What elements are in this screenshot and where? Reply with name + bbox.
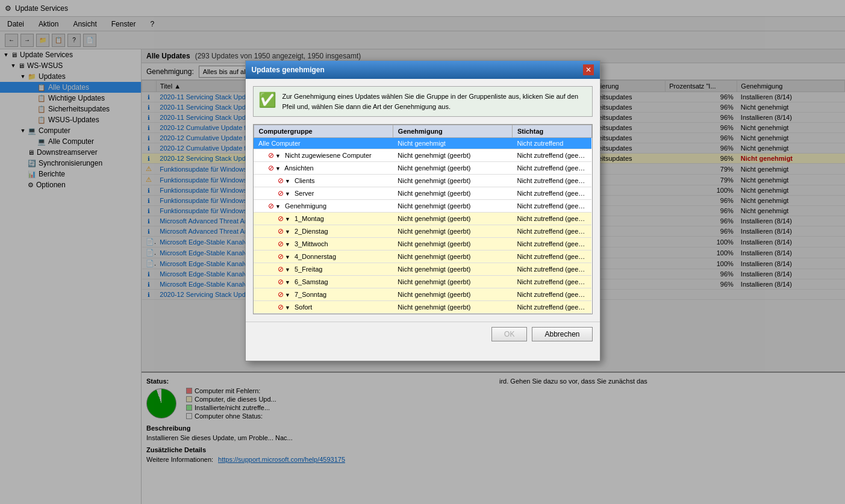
modal-row-deadline: Nicht zutreffend (geerbt) xyxy=(512,213,591,225)
dropdown-arrow[interactable]: ▼ xyxy=(285,279,290,285)
modal-row-deadline: Nicht zutreffend (geerbt) xyxy=(512,162,591,175)
modal-row-deadline: Nicht zutreffend (geerbt) xyxy=(512,250,591,263)
modal-cancel-button[interactable]: Abbrechen xyxy=(532,327,592,341)
modal-row-deadline: Nicht zutreffend (geerbt) xyxy=(512,175,591,187)
dropdown-arrow[interactable]: ▼ xyxy=(285,241,290,247)
modal-info-box: ✅ Zur Genehmigung eines Updates wählen S… xyxy=(253,86,593,117)
no-sign-icon: ⊘ xyxy=(268,164,274,172)
dropdown-arrow[interactable]: ▼ xyxy=(285,229,290,235)
modal-row-approval: Nicht genehmigt (geerbt) xyxy=(393,238,512,250)
modal-info-icon: ✅ xyxy=(258,92,276,111)
modal-row-name: ⊘▼ 5_Freitag xyxy=(254,263,393,276)
modal-row-approval: Nicht genehmigt (geerbt) xyxy=(393,213,512,225)
modal-row-name: ⊘▼ Genehmigung xyxy=(254,200,393,213)
modal-row-name: ⊘▼ Server xyxy=(254,187,393,200)
modal-row-approval: Nicht genehmigt (geerbt) xyxy=(393,263,512,276)
modal-close-button[interactable]: ✕ xyxy=(583,64,594,75)
modal-table-row[interactable]: ⊘▼ Sofort Nicht genehmigt (geerbt) Nicht… xyxy=(254,301,591,314)
modal-overlay: Updates genehmigen ✕ ✅ Zur Genehmigung e… xyxy=(0,0,845,504)
modal-row-name: ⊘▼ 3_Mittwoch xyxy=(254,238,393,250)
no-sign-icon: ⊘ xyxy=(278,278,284,286)
modal-row-deadline: Nicht zutreffend (geerbt) xyxy=(512,200,591,213)
modal-row-name: ⊘▼ 2_Dienstag xyxy=(254,225,393,238)
modal-table-row[interactable]: ⊘▼ Clients Nicht genehmigt (geerbt) Nich… xyxy=(254,175,591,187)
modal-table-row[interactable]: ⊘▼ 5_Freitag Nicht genehmigt (geerbt) Ni… xyxy=(254,263,591,276)
modal-col-deadline: Stichtag xyxy=(512,125,591,138)
modal-info-text: Zur Genehmigung eines Updates wählen Sie… xyxy=(282,92,587,111)
dropdown-arrow[interactable]: ▼ xyxy=(285,216,290,222)
modal-row-approval: Nicht genehmigt (geerbt) xyxy=(393,175,512,187)
no-sign-icon: ⊘ xyxy=(268,202,274,210)
modal-table-row[interactable]: ⊘▼ Genehmigung Nicht genehmigt (geerbt) … xyxy=(254,200,591,213)
modal-table-row[interactable]: ⊘▼ Nicht zugewiesene Computer Nicht gene… xyxy=(254,149,591,162)
modal-row-approval: Nicht genehmigt (geerbt) xyxy=(393,288,512,301)
modal-row-deadline: Nicht zutreffend (geerbt) xyxy=(512,301,591,314)
modal-row-name: ⊘▼ 1_Montag xyxy=(254,213,393,225)
modal-table-row[interactable]: ⊘▼ Ansichten Nicht genehmigt (geerbt) Ni… xyxy=(254,162,591,175)
modal-row-deadline: Nicht zutreffend (geerbt) xyxy=(512,149,591,162)
modal-row-name: ⊘▼ Sofort xyxy=(254,301,393,314)
modal-row-deadline: Nicht zutreffend (geerbt) xyxy=(512,276,591,288)
modal-table-row[interactable]: ⊘▼ 4_Donnerstag Nicht genehmigt (geerbt)… xyxy=(254,250,591,263)
modal-titlebar: Updates genehmigen ✕ xyxy=(246,61,600,79)
modal-table-row[interactable]: ⊘▼ 2_Dienstag Nicht genehmigt (geerbt) N… xyxy=(254,225,591,238)
modal-row-name: ⊘▼ 7_Sonntag xyxy=(254,288,393,301)
modal-row-approval: Nicht genehmigt (geerbt) xyxy=(393,187,512,200)
no-sign-icon: ⊘ xyxy=(278,189,284,198)
modal-row-name: ⊘▼ 4_Donnerstag xyxy=(254,250,393,263)
dropdown-arrow[interactable]: ▼ xyxy=(285,305,290,311)
modal-title: Updates genehmigen xyxy=(252,66,325,74)
modal-row-approval: Nicht genehmigt (geerbt) xyxy=(393,250,512,263)
modal-table-row[interactable]: ⊘▼ 6_Samstag Nicht genehmigt (geerbt) Ni… xyxy=(254,276,591,288)
modal-row-deadline: Nicht zutreffend (geerbt) xyxy=(512,238,591,250)
modal-col-approval: Genehmigung xyxy=(393,125,512,138)
modal-row-approval: Nicht genehmigt (geerbt) xyxy=(393,225,512,238)
modal-row-approval: Nicht genehmigt (geerbt) xyxy=(393,276,512,288)
no-sign-icon: ⊘ xyxy=(278,265,284,273)
no-sign-icon: ⊘ xyxy=(278,214,284,223)
no-sign-icon: ⊘ xyxy=(278,252,284,261)
no-sign-icon: ⊘ xyxy=(268,151,274,160)
modal-row-approval: Nicht genehmigt (geerbt) xyxy=(393,200,512,213)
dropdown-arrow[interactable]: ▼ xyxy=(275,204,281,210)
no-sign-icon: ⊘ xyxy=(278,227,284,235)
modal-row-approval: Nicht genehmigt (geerbt) xyxy=(393,301,512,314)
modal-table-row[interactable]: ⊘▼ 7_Sonntag Nicht genehmigt (geerbt) Ni… xyxy=(254,288,591,301)
modal-row-approval: Nicht genehmigt xyxy=(393,138,512,149)
modal-body: ✅ Zur Genehmigung eines Updates wählen S… xyxy=(246,79,600,322)
no-sign-icon: ⊘ xyxy=(278,176,284,185)
dropdown-arrow[interactable]: ▼ xyxy=(275,166,281,172)
dropdown-arrow[interactable]: ▼ xyxy=(285,292,290,298)
modal-table: Computergruppe Genehmigung Stichtag Alle… xyxy=(254,125,592,314)
modal-table-row[interactable]: ⊘▼ 1_Montag Nicht genehmigt (geerbt) Nic… xyxy=(254,213,591,225)
modal-row-approval: Nicht genehmigt (geerbt) xyxy=(393,149,512,162)
modal-table-container: Computergruppe Genehmigung Stichtag Alle… xyxy=(253,124,593,314)
dropdown-arrow[interactable]: ▼ xyxy=(285,267,290,273)
dropdown-arrow[interactable]: ▼ xyxy=(285,254,290,260)
dropdown-arrow[interactable]: ▼ xyxy=(275,153,281,159)
modal-row-approval: Nicht genehmigt (geerbt) xyxy=(393,162,512,175)
modal-row-name: Alle Computer xyxy=(254,138,393,149)
no-sign-icon: ⊘ xyxy=(278,290,284,299)
modal-row-deadline: Nicht zutreffend (geerbt) xyxy=(512,263,591,276)
modal-table-row[interactable]: Alle Computer Nicht genehmigt Nicht zutr… xyxy=(254,138,591,149)
dropdown-arrow[interactable]: ▼ xyxy=(285,178,290,184)
modal-row-name: ⊘▼ Nicht zugewiesene Computer xyxy=(254,149,393,162)
modal-row-deadline: Nicht zutreffend (geerbt) xyxy=(512,187,591,200)
modal-col-group: Computergruppe xyxy=(254,125,393,138)
modal-row-name: ⊘▼ 6_Samstag xyxy=(254,276,393,288)
modal-row-deadline: Nicht zutreffend (geerbt) xyxy=(512,288,591,301)
modal-ok-button[interactable]: OK xyxy=(491,327,527,341)
modal-table-row[interactable]: ⊘▼ 3_Mittwoch Nicht genehmigt (geerbt) N… xyxy=(254,238,591,250)
modal-row-name: ⊘▼ Clients xyxy=(254,175,393,187)
modal-approve: Updates genehmigen ✕ ✅ Zur Genehmigung e… xyxy=(245,60,600,361)
no-sign-icon: ⊘ xyxy=(278,303,284,311)
dropdown-arrow[interactable]: ▼ xyxy=(285,191,290,197)
modal-table-row[interactable]: ⊘▼ Server Nicht genehmigt (geerbt) Nicht… xyxy=(254,187,591,200)
modal-row-name: ⊘▼ Ansichten xyxy=(254,162,393,175)
modal-row-deadline: Nicht zutreffend xyxy=(512,138,591,149)
no-sign-icon: ⊘ xyxy=(278,240,284,248)
modal-row-deadline: Nicht zutreffend (geerbt) xyxy=(512,225,591,238)
modal-footer: OK Abbrechen xyxy=(246,322,600,346)
